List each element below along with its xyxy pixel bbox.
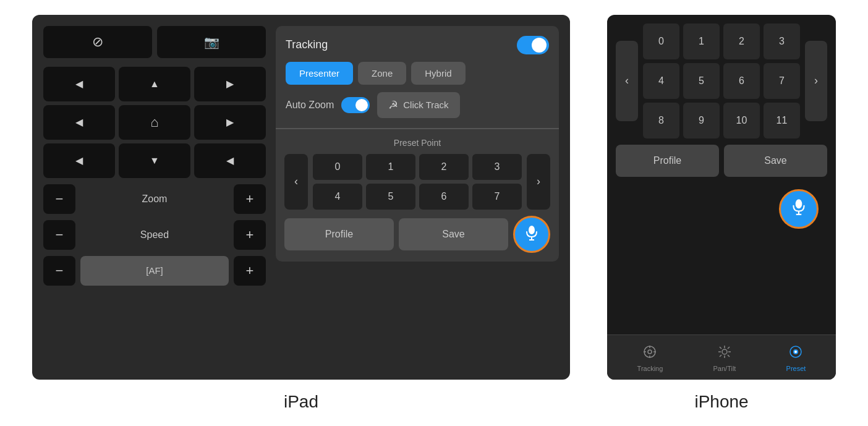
- iphone-chevron-right-icon: ›: [814, 74, 818, 87]
- iphone-actions: Profile Save: [616, 145, 827, 177]
- iphone-preset-cell-6[interactable]: 6: [723, 63, 760, 99]
- tracking-label: Tracking: [286, 38, 328, 51]
- camera-button[interactable]: 📷: [157, 26, 266, 58]
- auto-zoom-toggle[interactable]: [341, 97, 370, 113]
- iphone-preset-cell-3[interactable]: 3: [764, 23, 800, 59]
- dir-up-btn[interactable]: ▲: [119, 67, 190, 101]
- dir-downright-btn[interactable]: ◀: [194, 143, 266, 178]
- zoom-label: Zoom: [80, 194, 229, 205]
- svg-line-18: [728, 355, 730, 357]
- iphone-save-label: Save: [764, 155, 786, 166]
- preset-grid-row: ‹ 0 1 2 3 4 5 6 7 ›: [284, 154, 550, 210]
- iphone-preset-cell-0[interactable]: 0: [643, 23, 679, 59]
- top-buttons: ⊘ 📷: [43, 26, 266, 58]
- preset-grid: 0 1 2 3 4 5 6 7: [313, 154, 522, 210]
- tracking-section: Tracking Presenter Zone Hybrid: [276, 26, 559, 128]
- iphone-preset-cell-4[interactable]: 4: [643, 63, 679, 99]
- hybrid-label: Hybrid: [425, 68, 451, 79]
- iphone-save-btn[interactable]: Save: [724, 145, 827, 177]
- click-track-btn[interactable]: ☭ Click Track: [377, 92, 459, 118]
- zoom-minus-btn[interactable]: −: [43, 184, 75, 214]
- iphone-preset-area: ‹ 0 1 2 3 4 5 6 7 8 9 10 11: [607, 15, 836, 334]
- preset-nav-label: Preset: [786, 365, 806, 372]
- ipad-label: iPad: [284, 392, 318, 412]
- chevron-left-icon: ‹: [294, 175, 298, 188]
- preset-cell-5[interactable]: 5: [366, 184, 415, 210]
- pantilt-nav-label: Pan/Tilt: [713, 365, 736, 372]
- iphone-preset-cell-11[interactable]: 11: [764, 103, 800, 138]
- home-btn[interactable]: ⌂: [119, 105, 190, 140]
- af-minus-btn[interactable]: −: [43, 256, 75, 286]
- iphone-nav-tracking[interactable]: Tracking: [630, 343, 671, 375]
- dir-down-btn[interactable]: ▼: [119, 143, 190, 178]
- iphone-preset-cell-8[interactable]: 8: [643, 103, 679, 138]
- svg-point-23: [794, 351, 797, 353]
- dir-left-btn[interactable]: ◀: [43, 105, 115, 140]
- dir-upright-btn[interactable]: ▶: [194, 67, 266, 101]
- presenter-mode-btn[interactable]: Presenter: [286, 62, 353, 85]
- iphone-profile-btn[interactable]: Profile: [616, 145, 719, 177]
- auto-zoom-row: Auto Zoom ☭ Click Track: [286, 92, 549, 118]
- dir-upleft-btn[interactable]: ◀: [43, 67, 115, 101]
- preset-cell-3[interactable]: 3: [472, 154, 522, 180]
- preset-cell-4[interactable]: 4: [313, 184, 362, 210]
- zoom-minus-icon: −: [56, 191, 64, 207]
- af-minus-icon: −: [56, 263, 64, 279]
- tracking-toggle-row: Tracking: [286, 36, 549, 54]
- iphone-bottom-nav: Tracking: [607, 334, 836, 380]
- preset-cell-7[interactable]: 7: [472, 184, 522, 210]
- iphone-preset-grid-row: ‹ 0 1 2 3 4 5 6 7 8 9 10 11: [616, 23, 827, 138]
- speed-label: Speed: [80, 229, 229, 241]
- up-icon: ▲: [150, 79, 160, 90]
- iphone-ui: ‹ 0 1 2 3 4 5 6 7 8 9 10 11: [607, 15, 836, 380]
- downleft-icon: ◀: [75, 155, 83, 166]
- auto-zoom-label: Auto Zoom: [286, 100, 334, 111]
- svg-line-19: [728, 347, 730, 349]
- iphone-preset-cell-2[interactable]: 2: [723, 23, 760, 59]
- preset-section: Preset Point ‹ 0 1 2 3 4 5 6: [276, 129, 559, 262]
- zone-mode-btn[interactable]: Zone: [358, 62, 406, 85]
- iphone-preset-cell-5[interactable]: 5: [683, 63, 720, 99]
- preset-nav-icon: [789, 345, 802, 362]
- af-plus-icon: +: [246, 263, 254, 279]
- profile-btn[interactable]: Profile: [284, 218, 394, 250]
- preset-actions: Profile Save: [284, 216, 550, 253]
- hide-button[interactable]: ⊘: [43, 26, 152, 58]
- iphone-nav-pantilt[interactable]: Pan/Tilt: [706, 343, 744, 375]
- click-track-label: Click Track: [403, 100, 448, 110]
- iphone-next-btn[interactable]: ›: [805, 41, 827, 121]
- iphone-profile-label: Profile: [653, 155, 681, 166]
- af-plus-btn[interactable]: +: [234, 256, 266, 286]
- preset-cell-6[interactable]: 6: [419, 184, 469, 210]
- hybrid-mode-btn[interactable]: Hybrid: [411, 62, 465, 85]
- preset-cell-1[interactable]: 1: [366, 154, 415, 180]
- tracking-toggle[interactable]: [517, 36, 549, 54]
- upleft-icon: ◀: [75, 78, 83, 90]
- preset-prev-btn[interactable]: ‹: [284, 154, 308, 210]
- profile-label: Profile: [325, 229, 353, 239]
- save-btn[interactable]: Save: [399, 218, 508, 250]
- speed-minus-btn[interactable]: −: [43, 220, 75, 250]
- iphone-preset-cell-7[interactable]: 7: [764, 63, 800, 99]
- preset-cell-0[interactable]: 0: [313, 154, 362, 180]
- iphone-preset-cell-9[interactable]: 9: [683, 103, 720, 138]
- svg-line-20: [720, 355, 721, 357]
- speed-plus-btn[interactable]: +: [234, 220, 266, 250]
- preset-cell-2[interactable]: 2: [419, 154, 469, 180]
- zoom-plus-btn[interactable]: +: [234, 184, 266, 214]
- dir-right-btn[interactable]: ▶: [194, 105, 266, 140]
- iphone-preset-cell-10[interactable]: 10: [723, 103, 760, 138]
- speed-row: − Speed +: [43, 220, 266, 250]
- dir-downleft-btn[interactable]: ◀: [43, 143, 115, 178]
- preset-next-btn[interactable]: ›: [527, 154, 550, 210]
- downright-icon: ◀: [226, 155, 234, 166]
- speed-minus-icon: −: [56, 227, 64, 243]
- iphone-prev-btn[interactable]: ‹: [616, 41, 638, 121]
- mic-button[interactable]: [513, 216, 550, 253]
- zoom-row: − Zoom +: [43, 184, 266, 214]
- iphone-nav-preset[interactable]: Preset: [779, 343, 814, 375]
- hide-icon: ⊘: [92, 34, 103, 50]
- iphone-mic-button[interactable]: [779, 189, 819, 229]
- af-btn[interactable]: [AF]: [80, 256, 229, 286]
- iphone-preset-cell-1[interactable]: 1: [683, 23, 720, 59]
